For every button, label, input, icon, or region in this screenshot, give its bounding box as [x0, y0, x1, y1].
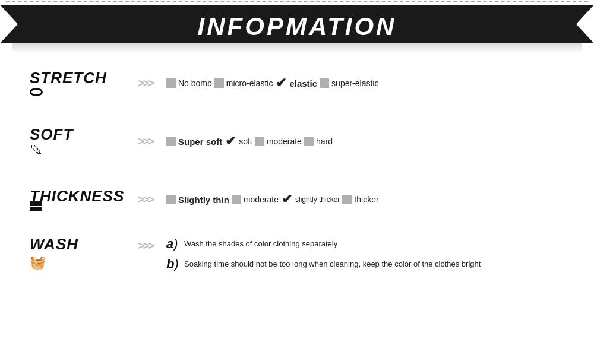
wash-label-col: WASH 🧺: [30, 236, 125, 270]
wash-letter-a: a): [166, 236, 179, 252]
stretch-option-2: micro-elastic: [214, 78, 273, 88]
checkbox-slightly-thin: [166, 195, 176, 204]
moderate-thick-label: moderate: [244, 195, 279, 204]
wash-row: WASH 🧺 >>> a) Wash the shades of color c…: [30, 234, 564, 281]
wash-item-a: a) Wash the shades of color clothing sep…: [166, 236, 481, 252]
thicker-label: thicker: [354, 195, 378, 204]
micro-elastic-label: micro-elastic: [226, 78, 273, 88]
thickness-option-2: moderate: [232, 195, 279, 204]
checkbox-no-bomb: [166, 78, 176, 88]
soft-option-2: ✔: [225, 135, 236, 148]
checkmark-super-soft: ✔: [225, 135, 236, 148]
checkbox-micro-elastic: [214, 78, 224, 88]
banner-shadow: [12, 43, 582, 53]
thickness-row: THICKNESS >>> Slightly thin moderate ✔ s…: [30, 176, 564, 223]
soft-option-1: Super soft: [166, 137, 222, 147]
wash-letter-b: b): [166, 257, 179, 272]
checkmark-slightly-thicker: ✔: [282, 193, 292, 206]
checkbox-moderate-soft: [255, 137, 264, 146]
thickness-option-1: Slightly thin: [166, 195, 229, 205]
soft-option-5: hard: [304, 137, 333, 146]
soft-options: Super soft ✔ soft moderate hard: [166, 135, 564, 148]
thickness-option-4: thicker: [342, 195, 378, 204]
banner: INFOPMATION: [0, 0, 594, 53]
checkbox-super-soft: [166, 137, 176, 146]
checkmark-elastic: ✔: [276, 77, 286, 90]
soft-option-4: moderate: [255, 137, 302, 146]
soft-row: SOFT 🖊 >>> Super soft ✔ soft moderate ha…: [30, 118, 564, 165]
banner-deco: [6, 1, 588, 5]
stretch-options: No bomb micro-elastic ✔ elastic super-el…: [166, 77, 564, 90]
stretch-label: STRETCH: [30, 70, 107, 86]
hard-label: hard: [316, 137, 333, 146]
moderate-soft-label: moderate: [267, 137, 302, 146]
soft-option-3: soft: [239, 137, 252, 146]
slightly-thicker-label: slightly thicker: [295, 195, 340, 204]
soft-label: SOFT: [30, 126, 73, 142]
soft-label-col: SOFT 🖊: [30, 126, 125, 157]
content-area: STRETCH >>> No bomb micro-elastic ✔ elas…: [0, 53, 594, 298]
thickness-options: Slightly thin moderate ✔ slightly thicke…: [166, 193, 564, 206]
slightly-thin-label: Slightly thin: [178, 195, 229, 205]
thickness-icon: [30, 207, 42, 211]
checkbox-hard: [304, 137, 314, 146]
super-soft-label: Super soft: [178, 137, 222, 147]
elastic-label: elastic: [289, 78, 317, 88]
checkbox-super-elastic: [320, 78, 329, 88]
super-elastic-label: super-elastic: [331, 78, 378, 88]
stretch-option-3: ✔ elastic: [275, 77, 317, 90]
no-bomb-label: No bomb: [178, 78, 212, 88]
stretch-row: STRETCH >>> No bomb micro-elastic ✔ elas…: [30, 59, 564, 107]
wash-arrow: >>>: [125, 236, 166, 252]
ring-icon: [30, 88, 43, 96]
soft-arrow: >>>: [125, 135, 166, 148]
thickness-label: THICKNESS: [30, 188, 124, 204]
wash-label: WASH: [30, 236, 78, 252]
stretch-label-col: STRETCH: [30, 70, 125, 96]
checkbox-moderate-thick: [232, 195, 241, 204]
stretch-option-1: No bomb: [166, 78, 212, 88]
wash-item-b: b) Soaking time should not be too long w…: [166, 257, 481, 272]
thickness-arrow: >>>: [125, 194, 166, 206]
wash-instructions: a) Wash the shades of color clothing sep…: [166, 236, 481, 273]
stretch-option-4: super-elastic: [320, 78, 378, 88]
wash-text-a: Wash the shades of color clothing separa…: [184, 236, 337, 249]
banner-title: INFOPMATION: [198, 12, 397, 41]
stretch-arrow: >>>: [125, 77, 166, 90]
wash-text-b: Soaking time should not be too long when…: [184, 257, 481, 270]
feather-icon: 🖊: [30, 143, 42, 157]
wash-icon: 🧺: [30, 255, 46, 270]
checkbox-thicker: [342, 195, 352, 204]
thickness-option-3: ✔ slightly thicker: [281, 193, 340, 206]
thickness-label-col: THICKNESS: [30, 188, 125, 211]
soft-label-text: soft: [239, 137, 252, 146]
